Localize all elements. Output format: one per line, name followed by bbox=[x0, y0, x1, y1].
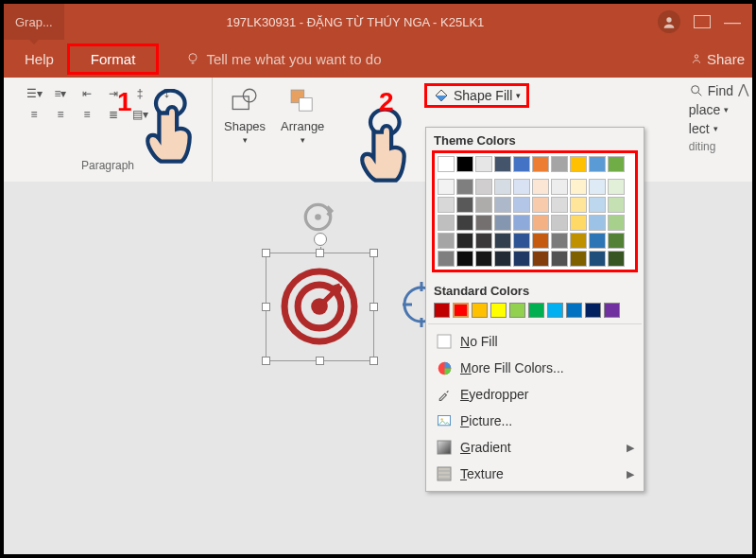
find-button[interactable]: Find bbox=[689, 83, 733, 98]
select-button[interactable]: lect▾ bbox=[689, 121, 733, 136]
theme-color-swatch[interactable] bbox=[475, 197, 492, 213]
target-graphic[interactable] bbox=[278, 265, 361, 348]
theme-color-swatch[interactable] bbox=[589, 233, 606, 249]
gradient-fill-option[interactable]: Gradient ▶ bbox=[426, 434, 644, 461]
theme-color-swatch[interactable] bbox=[456, 215, 473, 231]
theme-color-swatch[interactable] bbox=[513, 233, 530, 249]
theme-color-swatch[interactable] bbox=[513, 251, 530, 267]
document-tab[interactable]: Grap... bbox=[4, 4, 64, 40]
theme-color-swatch[interactable] bbox=[589, 251, 606, 267]
minimize-icon[interactable]: — bbox=[724, 12, 741, 32]
tab-format[interactable]: Format bbox=[67, 44, 160, 75]
theme-color-swatch[interactable] bbox=[438, 179, 455, 195]
theme-color-swatch[interactable] bbox=[589, 179, 606, 195]
tell-me-search[interactable]: Tell me what you want to do bbox=[172, 44, 394, 75]
standard-color-swatch[interactable] bbox=[566, 303, 582, 318]
theme-color-swatch[interactable] bbox=[570, 179, 587, 195]
theme-color-swatch[interactable] bbox=[456, 251, 473, 267]
theme-color-swatch[interactable] bbox=[551, 215, 568, 231]
resize-handle[interactable] bbox=[369, 357, 378, 365]
theme-color-swatch[interactable] bbox=[589, 215, 606, 231]
standard-color-swatch[interactable] bbox=[585, 303, 601, 318]
arrange-button[interactable]: Arrange ▾ bbox=[273, 81, 332, 182]
picture-fill-option[interactable]: Picture... bbox=[426, 408, 644, 434]
theme-color-swatch[interactable] bbox=[608, 179, 625, 195]
align-left-button[interactable]: ≡ bbox=[23, 104, 45, 125]
theme-color-swatch[interactable] bbox=[551, 156, 568, 172]
align-right-button[interactable]: ≡ bbox=[76, 104, 98, 125]
tab-help[interactable]: Help bbox=[11, 44, 67, 75]
theme-color-swatch[interactable] bbox=[589, 156, 606, 172]
standard-color-swatch[interactable] bbox=[547, 303, 563, 318]
standard-color-swatch[interactable] bbox=[434, 303, 450, 318]
theme-color-swatch[interactable] bbox=[513, 156, 530, 172]
more-fill-colors-option[interactable]: More Fill Colors... bbox=[426, 355, 644, 381]
theme-color-swatch[interactable] bbox=[532, 156, 549, 172]
standard-color-swatch[interactable] bbox=[528, 303, 544, 318]
standard-color-swatch[interactable] bbox=[604, 303, 620, 318]
theme-color-swatch[interactable] bbox=[438, 156, 455, 172]
theme-color-swatch[interactable] bbox=[608, 215, 625, 231]
theme-color-swatch[interactable] bbox=[456, 156, 473, 172]
theme-color-swatch[interactable] bbox=[570, 233, 587, 249]
collapse-ribbon-icon[interactable]: ⋀ bbox=[738, 81, 748, 96]
theme-color-swatch[interactable] bbox=[494, 233, 511, 249]
resize-handle[interactable] bbox=[262, 249, 270, 257]
theme-color-swatch[interactable] bbox=[494, 251, 511, 267]
theme-color-swatch[interactable] bbox=[551, 179, 568, 195]
account-icon[interactable] bbox=[658, 10, 680, 33]
numbering-button[interactable]: ≡▾ bbox=[49, 83, 72, 104]
texture-fill-option[interactable]: Texture ▶ bbox=[426, 461, 644, 487]
theme-color-swatch[interactable] bbox=[513, 215, 530, 231]
theme-color-swatch[interactable] bbox=[551, 233, 568, 249]
standard-color-swatch[interactable] bbox=[509, 303, 525, 318]
theme-color-swatch[interactable] bbox=[456, 179, 473, 195]
theme-color-swatch[interactable] bbox=[456, 233, 473, 249]
theme-color-swatch[interactable] bbox=[608, 156, 625, 172]
standard-color-swatch[interactable] bbox=[490, 303, 507, 318]
theme-color-swatch[interactable] bbox=[589, 197, 606, 213]
standard-color-swatch[interactable] bbox=[472, 303, 488, 318]
theme-color-swatch[interactable] bbox=[513, 179, 530, 195]
theme-color-swatch[interactable] bbox=[438, 197, 455, 213]
theme-color-swatch[interactable] bbox=[475, 233, 492, 249]
resize-handle[interactable] bbox=[262, 303, 270, 311]
resize-handle[interactable] bbox=[369, 303, 378, 311]
theme-color-swatch[interactable] bbox=[494, 215, 511, 231]
theme-color-swatch[interactable] bbox=[475, 156, 492, 172]
theme-color-swatch[interactable] bbox=[475, 179, 492, 195]
share-button[interactable]: Share bbox=[690, 51, 745, 67]
theme-color-swatch[interactable] bbox=[551, 197, 568, 213]
theme-color-swatch[interactable] bbox=[608, 251, 625, 267]
theme-color-swatch[interactable] bbox=[570, 156, 587, 172]
theme-color-swatch[interactable] bbox=[532, 179, 549, 195]
theme-color-swatch[interactable] bbox=[494, 156, 511, 172]
decrease-indent-button[interactable]: ⇤ bbox=[76, 83, 98, 104]
theme-color-swatch[interactable] bbox=[570, 251, 587, 267]
bullets-button[interactable]: ☰▾ bbox=[23, 83, 45, 104]
no-fill-option[interactable]: No Fill bbox=[426, 328, 644, 355]
theme-color-swatch[interactable] bbox=[551, 251, 568, 267]
theme-color-swatch[interactable] bbox=[570, 215, 587, 231]
resize-handle[interactable] bbox=[316, 357, 324, 365]
theme-color-swatch[interactable] bbox=[532, 197, 549, 213]
theme-color-swatch[interactable] bbox=[438, 233, 455, 249]
resize-handle[interactable] bbox=[369, 249, 378, 257]
theme-color-swatch[interactable] bbox=[608, 233, 625, 249]
theme-color-swatch[interactable] bbox=[475, 251, 492, 267]
theme-color-swatch[interactable] bbox=[570, 197, 587, 213]
theme-color-swatch[interactable] bbox=[456, 197, 473, 213]
shape-fill-button[interactable]: Shape Fill ▾ bbox=[424, 83, 529, 108]
display-mode-icon[interactable] bbox=[694, 15, 711, 28]
eyedropper-option[interactable]: Eyedropper bbox=[426, 381, 644, 408]
theme-color-swatch[interactable] bbox=[475, 215, 492, 231]
standard-color-swatch[interactable] bbox=[453, 303, 469, 318]
theme-color-swatch[interactable] bbox=[532, 215, 549, 231]
shapes-button[interactable]: Shapes ▾ bbox=[216, 81, 273, 182]
rotate-handle[interactable] bbox=[314, 233, 327, 246]
theme-color-swatch[interactable] bbox=[532, 233, 549, 249]
theme-color-swatch[interactable] bbox=[438, 215, 455, 231]
theme-color-swatch[interactable] bbox=[608, 197, 625, 213]
replace-button[interactable]: place▾ bbox=[689, 102, 733, 117]
theme-color-swatch[interactable] bbox=[532, 251, 549, 267]
